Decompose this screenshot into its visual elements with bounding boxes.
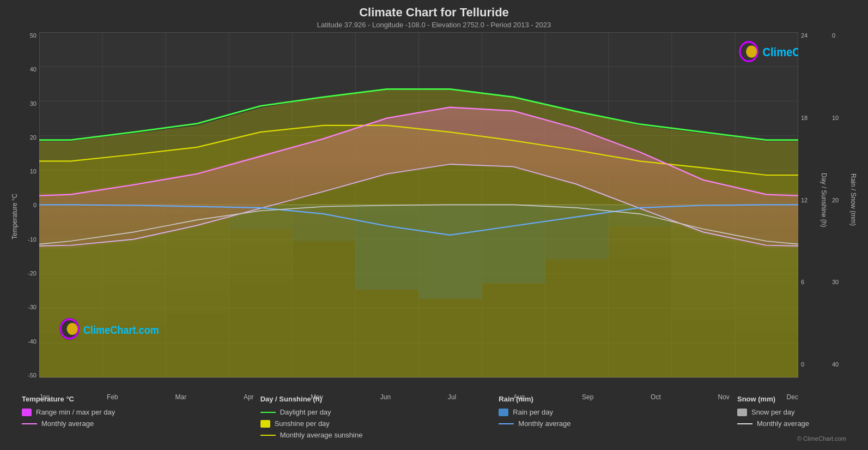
month-dec: Dec [787, 393, 798, 401]
svg-point-45 [66, 323, 77, 335]
sunshine-swatch [260, 420, 270, 428]
y-left-50: 50 [19, 32, 37, 39]
legend-temp-avg: Monthly average [22, 419, 131, 428]
snow-swatch [737, 409, 747, 416]
y-left-n40: -40 [19, 338, 37, 345]
y-rain-0: 0 [832, 32, 849, 39]
legend-snow-avg-label: Monthly average [757, 419, 809, 428]
month-sep: Sep [582, 393, 593, 401]
rain-avg-swatch [499, 423, 514, 424]
legend-snow: Snow (mm) Snow per day Monthly average ©… [737, 395, 846, 442]
legend-rain-bar: Rain per day [499, 408, 608, 416]
temp-avg-line-swatch [22, 423, 37, 424]
y-left-30: 30 [19, 100, 37, 107]
y-axis-left: 50 40 30 20 10 0 -10 -20 -30 -40 -50 [19, 32, 39, 389]
svg-text:ClimeChart.com: ClimeChart.com [762, 46, 798, 59]
y-right-0: 0 [801, 361, 820, 368]
rain-axis-inner: 0 10 20 30 40 Rain / Snow (mm) [828, 32, 857, 379]
y-axis-sunshine-label: Day / Sunshine (h) [820, 32, 828, 379]
y-right-24: 24 [801, 32, 820, 39]
legend-sunshine-avg: Monthly average sunshine [260, 431, 369, 439]
legend-sunshine-avg-label: Monthly average sunshine [280, 431, 363, 439]
legend-snow-avg: Monthly average [737, 419, 846, 428]
y-left-n10: -10 [19, 236, 37, 243]
y-rain-20: 20 [832, 197, 849, 203]
daylight-swatch [260, 412, 276, 413]
month-apr: Apr [244, 393, 254, 401]
legend-daylight: Daylight per day [260, 408, 369, 416]
month-nov: Nov [718, 393, 730, 401]
chart-svg: ClimeChart.com ClimeChart.com [39, 32, 798, 389]
legend-daylight-label: Daylight per day [280, 408, 331, 416]
chart-area-wrapper: Temperature °C 50 40 30 20 10 0 -10 -20 … [11, 32, 857, 389]
chart-title: Climate Chart for Telluride [11, 5, 857, 20]
y-axis-left-label: Temperature °C [11, 32, 19, 389]
y-left-0: 0 [19, 202, 37, 208]
legend-temp-range-label: Range min / max per day [36, 408, 115, 416]
legend-snow-bar: Snow per day [737, 408, 846, 416]
x-axis-labels: Jan Feb Mar Apr May Jun Jul Aug Sep Oct … [39, 392, 798, 401]
chart-main: ClimeChart.com ClimeChart.com Jan Feb Ma… [39, 32, 798, 389]
sunshine-axis-inner: 24 18 12 6 0 Day / Sunshine (h) [798, 32, 828, 379]
month-aug: Aug [513, 393, 525, 401]
legend-sunshine: Day / Sunshine (h) Daylight per day Suns… [260, 395, 369, 442]
month-mar: Mar [175, 393, 187, 401]
month-jul: Jul [448, 393, 456, 401]
snow-avg-swatch [737, 423, 752, 424]
y-left-20: 20 [19, 134, 37, 141]
legend-sunshine-bar: Sunshine per day [260, 419, 369, 428]
y-right-18: 18 [801, 115, 820, 121]
y-rain-30: 30 [832, 279, 849, 285]
month-feb: Feb [107, 393, 118, 401]
y-axis-rain-label: Rain / Snow (mm) [849, 32, 857, 379]
y-rain-40: 40 [832, 361, 849, 368]
main-container: Climate Chart for Telluride Latitude 37.… [0, 0, 868, 450]
y-axis-right-sunshine: 24 18 12 6 0 [798, 32, 820, 379]
y-left-40: 40 [19, 66, 37, 73]
sunshine-axis-group: 24 18 12 6 0 Day / Sunshine (h) [798, 32, 828, 389]
month-may: May [311, 393, 323, 401]
y-left-n20: -20 [19, 270, 37, 277]
temp-range-swatch [22, 409, 32, 416]
rain-swatch [499, 409, 508, 416]
y-rain-10: 10 [832, 115, 849, 121]
legend-temp-avg-label: Monthly average [41, 419, 94, 428]
rain-axis-group: 0 10 20 30 40 Rain / Snow (mm) [828, 32, 857, 389]
legend-rain-avg-label: Monthly average [518, 419, 570, 428]
legend-temp-range: Range min / max per day [22, 408, 131, 416]
legend-snow-bar-label: Snow per day [751, 408, 795, 416]
y-axis-right-rain: 0 10 20 30 40 [828, 32, 849, 379]
y-right-12: 12 [801, 197, 820, 203]
y-right-6: 6 [801, 279, 820, 285]
y-axis-left-container: Temperature °C 50 40 30 20 10 0 -10 -20 … [11, 32, 39, 389]
svg-text:ClimeChart.com: ClimeChart.com [83, 324, 159, 336]
y-left-n30: -30 [19, 304, 37, 310]
svg-point-41 [746, 45, 757, 57]
legend-sunshine-bar-label: Sunshine per day [275, 419, 330, 428]
sunshine-avg-swatch [260, 435, 276, 436]
legend-rain-bar-label: Rain per day [513, 408, 553, 416]
month-jun: Jun [380, 393, 391, 401]
chart-subtitle: Latitude 37.926 - Longitude -108.0 - Ele… [11, 21, 857, 29]
month-oct: Oct [651, 393, 661, 401]
legend-temperature: Temperature °C Range min / max per day M… [22, 395, 131, 442]
y-left-10: 10 [19, 168, 37, 175]
month-jan: Jan [39, 393, 50, 401]
legend-rain-avg: Monthly average [499, 419, 608, 428]
y-axis-right-container: 24 18 12 6 0 Day / Sunshine (h) 0 10 [798, 32, 857, 389]
copyright-text: © ClimeChart.com [797, 435, 846, 442]
y-left-n50: -50 [19, 372, 37, 379]
legend-rain: Rain (mm) Rain per day Monthly average [499, 395, 608, 442]
